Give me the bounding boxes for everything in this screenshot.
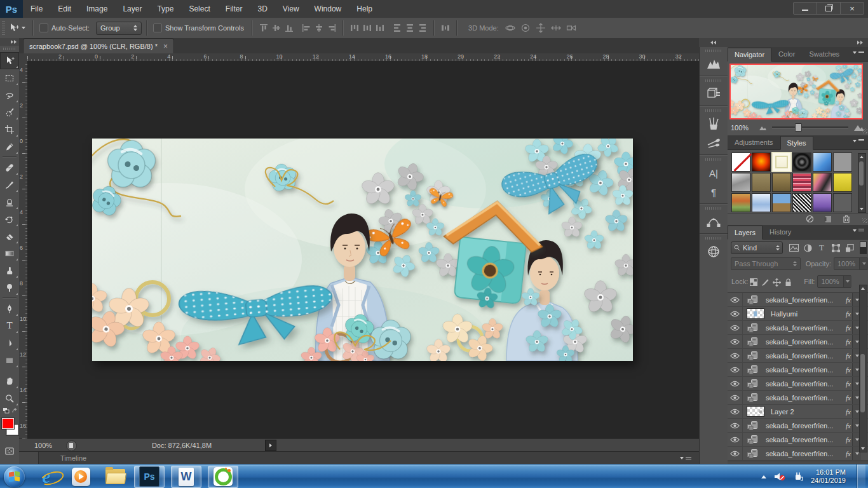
- layer-thumbnail-smart-object[interactable]: [743, 393, 762, 402]
- layers-flyout-menu-icon[interactable]: [853, 229, 864, 232]
- navigator-zoom-value[interactable]: 100%: [731, 124, 755, 132]
- tab-history[interactable]: History: [763, 225, 798, 239]
- style-swatch-pink-stripes[interactable]: [792, 173, 811, 192]
- style-swatch-tan-flat[interactable]: [752, 173, 771, 192]
- menu-view[interactable]: View: [275, 0, 307, 18]
- ruler-vertical[interactable]: 420246810121416: [19, 61, 28, 438]
- tool-clone-stamp[interactable]: [0, 193, 19, 210]
- styles-scrollbar[interactable]: [858, 153, 866, 213]
- style-swatch-landscape[interactable]: [772, 193, 791, 212]
- align-vertical-centers-icon[interactable]: [272, 24, 281, 32]
- zoom-out-icon[interactable]: [759, 125, 767, 131]
- expand-panels-icon[interactable]: [710, 41, 716, 44]
- timeline-grip[interactable]: [19, 452, 39, 464]
- tool-rectangular-marquee[interactable]: [0, 69, 19, 86]
- taskbar-media-player-icon[interactable]: [68, 466, 93, 487]
- layer-visibility-eye-icon[interactable]: [728, 335, 743, 348]
- navigator-zoom-slider[interactable]: [772, 126, 848, 129]
- 3d-slide-icon[interactable]: [551, 23, 561, 33]
- navigator-proxy-view[interactable]: [729, 64, 863, 119]
- distribute-top-edges-icon[interactable]: [350, 24, 359, 32]
- tool-eraser[interactable]: [0, 227, 19, 245]
- layer-fx-label[interactable]: fx: [846, 436, 851, 444]
- taskbar-clock[interactable]: 16:01 PM 24/01/2019: [811, 468, 850, 485]
- zoom-slider-thumb[interactable]: [795, 123, 802, 132]
- layer-name[interactable]: Hallyumi: [771, 310, 846, 318]
- style-swatch-cream-ring[interactable]: [772, 152, 791, 172]
- minimize-button[interactable]: [794, 3, 817, 14]
- layer-row[interactable]: sekada_foreverfrien...fx: [728, 433, 868, 447]
- layer-visibility-eye-icon[interactable]: [728, 433, 743, 446]
- layer-fx-label[interactable]: fx: [846, 296, 851, 304]
- tool-move[interactable]: [0, 52, 19, 69]
- show-desktop-button[interactable]: [857, 464, 865, 488]
- 3d-orbit-icon[interactable]: [505, 23, 515, 33]
- layer-fx-label[interactable]: fx: [846, 422, 851, 430]
- layer-thumbnail[interactable]: [747, 406, 764, 417]
- toolbar-collapse-button[interactable]: [0, 38, 19, 46]
- fill-dropdown[interactable]: 100%: [817, 275, 851, 288]
- layer-fx-label[interactable]: fx: [846, 450, 851, 458]
- style-swatch-blue-gloss[interactable]: [813, 152, 832, 172]
- navigator-flyout-menu-icon[interactable]: [853, 51, 864, 54]
- tab-close-icon[interactable]: ×: [163, 42, 168, 51]
- layer-row[interactable]: sekada_foreverfrien...fx: [728, 335, 868, 349]
- layer-visibility-eye-icon[interactable]: [728, 447, 743, 460]
- lock-position-icon[interactable]: [771, 276, 782, 288]
- timeline-panel-bar[interactable]: Timeline: [19, 451, 699, 464]
- layer-row[interactable]: sekada_foreverfrien...fx: [728, 321, 868, 335]
- distribute-left-edges-icon[interactable]: [393, 24, 402, 32]
- toolbar-grip[interactable]: [3, 48, 16, 50]
- layer-thumbnail-smart-object[interactable]: [743, 435, 762, 444]
- lock-image-pixels-icon[interactable]: [759, 276, 771, 288]
- filter-smart-objects-icon[interactable]: [843, 241, 857, 254]
- tool-smudge[interactable]: [0, 262, 19, 279]
- layer-visibility-eye-icon[interactable]: [728, 307, 743, 320]
- panel-resize-grip[interactable]: [862, 128, 867, 133]
- brush-presets-panel-icon[interactable]: [700, 114, 728, 133]
- menu-image[interactable]: Image: [79, 0, 115, 18]
- menu-help[interactable]: Help: [349, 0, 380, 18]
- taskbar-explorer-icon[interactable]: [102, 466, 128, 487]
- taskbar-photoshop-button[interactable]: Ps: [134, 466, 165, 488]
- canvas-document[interactable]: [92, 139, 633, 361]
- distribute-bottom-edges-icon[interactable]: [376, 24, 384, 32]
- swap-colors-icon[interactable]: [0, 407, 19, 416]
- layer-thumbnail-smart-object[interactable]: [743, 337, 762, 346]
- layer-fx-label[interactable]: fx: [846, 394, 851, 402]
- style-swatch-blue-bevel[interactable]: [752, 193, 771, 212]
- menu-layer[interactable]: Layer: [115, 0, 149, 18]
- menu-file[interactable]: File: [23, 0, 50, 18]
- foreground-color-swatch[interactable]: [2, 418, 14, 429]
- filter-type-layers-icon[interactable]: T: [815, 241, 829, 254]
- layer-name[interactable]: sekada_foreverfrien...: [766, 394, 846, 402]
- layer-visibility-eye-icon[interactable]: [728, 377, 743, 390]
- align-top-edges-icon[interactable]: [259, 24, 268, 32]
- layer-row[interactable]: sekada_foreverfrien...fx: [728, 391, 868, 405]
- layer-row[interactable]: sekada_foreverfrien...fx: [728, 293, 868, 307]
- dock-grip[interactable]: [705, 79, 722, 82]
- layer-visibility-eye-icon[interactable]: [728, 363, 743, 376]
- dock-grip[interactable]: [705, 158, 722, 161]
- power-plug-icon[interactable]: [793, 471, 804, 482]
- tab-styles[interactable]: Styles: [780, 136, 813, 150]
- start-button[interactable]: [4, 466, 25, 487]
- align-right-edges-icon[interactable]: [327, 24, 336, 32]
- tool-type[interactable]: T: [0, 317, 19, 334]
- layers-scrollbar[interactable]: [859, 285, 867, 452]
- filter-pixel-layers-icon[interactable]: [787, 241, 801, 254]
- layer-name[interactable]: sekada_foreverfrien...: [766, 352, 846, 360]
- document-tab[interactable]: scrapbook7.psd @ 100% (CLR, RGB/8) * ×: [23, 38, 174, 53]
- timeline-tab-label[interactable]: Timeline: [60, 454, 86, 462]
- layer-thumbnail-smart-object[interactable]: [743, 351, 762, 360]
- volume-muted-icon[interactable]: [773, 471, 786, 482]
- status-options-arrow[interactable]: [265, 440, 276, 451]
- filter-adjustment-layers-icon[interactable]: [801, 241, 815, 254]
- auto-select-checkbox[interactable]: [39, 24, 48, 32]
- taskbar-internet-explorer-icon[interactable]: e: [34, 466, 59, 487]
- layer-name[interactable]: sekada_foreverfrien...: [766, 436, 846, 444]
- style-swatch-yellow-inset[interactable]: [833, 173, 852, 192]
- opacity-chevron-icon[interactable]: [859, 258, 868, 269]
- 3d-panel-icon[interactable]: [700, 85, 728, 104]
- menu-edit[interactable]: Edit: [50, 0, 79, 18]
